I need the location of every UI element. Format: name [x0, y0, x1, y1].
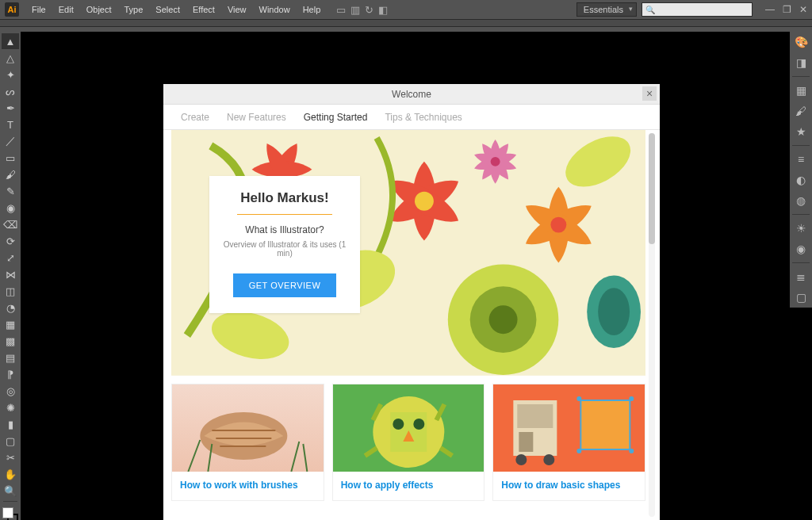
fill-stroke-swatch[interactable]	[2, 507, 18, 520]
tool-rotate[interactable]: ⟳	[2, 233, 19, 249]
panel-color-icon[interactable]: 🎨	[793, 35, 809, 49]
welcome-tabs: Create New Features Getting Started Tips…	[163, 105, 660, 130]
tab-getting-started[interactable]: Getting Started	[304, 112, 368, 123]
tutorial-card[interactable]: How to apply effects	[332, 384, 485, 501]
cloud-icon[interactable]: ◧	[378, 4, 388, 16]
menu-select[interactable]: Select	[149, 5, 186, 14]
svg-point-17	[413, 419, 424, 430]
menu-view[interactable]: View	[221, 5, 253, 14]
tool-shape-builder[interactable]: ◔	[2, 300, 19, 315]
tool-pen[interactable]: ✒	[2, 100, 19, 116]
tool-paintbrush[interactable]: 🖌	[2, 166, 19, 182]
svg-point-16	[393, 419, 404, 430]
tool-magic-wand[interactable]: ✦	[2, 67, 19, 82]
tutorials-row: How to work with brushes	[171, 384, 645, 501]
tool-artboard[interactable]: ▢	[2, 433, 19, 449]
svg-point-5	[550, 217, 566, 233]
search-box[interactable]: 🔍	[642, 2, 753, 17]
svg-point-23	[577, 449, 582, 453]
welcome-dialog: Welcome × Create New Features Getting St…	[163, 84, 660, 520]
tab-new-features[interactable]: New Features	[227, 112, 286, 123]
tutorial-card[interactable]: How to draw basic shapes	[492, 384, 645, 501]
tool-pencil[interactable]: ✎	[2, 183, 19, 199]
panel-transparency-icon[interactable]: ◍	[793, 193, 809, 208]
window-maximize-icon[interactable]: ❐	[783, 4, 791, 15]
tool-blob-brush[interactable]: ◉	[2, 200, 19, 216]
hero-subtitle: Overview of Illustrator & its uses (1 mi…	[220, 240, 349, 258]
tutorial-label: How to work with brushes	[172, 472, 324, 500]
tutorial-label: How to draw basic shapes	[493, 472, 645, 500]
svg-point-4	[415, 192, 434, 211]
panel-color-guide-icon[interactable]: ◨	[793, 55, 809, 70]
menu-window[interactable]: Window	[253, 5, 297, 14]
panel-stroke-icon[interactable]: ≡	[793, 152, 809, 166]
menu-type[interactable]: Type	[118, 5, 150, 14]
tool-perspective[interactable]: ▦	[2, 316, 19, 332]
tool-free-transform[interactable]: ◫	[2, 283, 19, 299]
menu-file[interactable]: File	[25, 5, 52, 14]
tab-create[interactable]: Create	[181, 112, 209, 123]
tool-selection[interactable]: ▲	[2, 33, 19, 49]
svg-rect-27	[519, 432, 534, 452]
menubar: Ai File Edit Object Type Select Effect V…	[0, 0, 812, 19]
tool-slice[interactable]: ✂	[2, 449, 19, 465]
panel-brushes-icon[interactable]: 🖌	[793, 104, 809, 118]
tool-column-graph[interactable]: ▮	[2, 416, 19, 432]
doc-icon[interactable]: ▭	[336, 4, 346, 16]
hero-greeting: Hello Markus!	[220, 190, 349, 206]
panel-layers-icon[interactable]: ≣	[793, 270, 809, 284]
options-bar	[0, 19, 812, 27]
panel-swatches-icon[interactable]: ▦	[793, 83, 809, 98]
panel-appearance-icon[interactable]: ☀	[793, 221, 809, 235]
welcome-title-bar: Welcome ×	[163, 84, 660, 105]
welcome-scrollbar[interactable]	[649, 133, 655, 517]
tool-gradient[interactable]: ▤	[2, 350, 19, 365]
search-input[interactable]	[657, 5, 749, 14]
scrollbar-thumb[interactable]	[649, 133, 655, 244]
svg-point-29	[544, 454, 555, 465]
hero-banner: Hello Markus! What is Illustrator? Overv…	[171, 130, 645, 376]
panel-artboards-icon[interactable]: ▢	[793, 290, 809, 304]
tool-scale[interactable]: ⤢	[2, 250, 19, 266]
svg-point-24	[630, 449, 634, 453]
tab-tips-techniques[interactable]: Tips & Techniques	[385, 112, 462, 123]
welcome-close-button[interactable]: ×	[642, 86, 657, 101]
sync-icon[interactable]: ↻	[365, 4, 373, 16]
arrange-icon[interactable]: ▥	[350, 4, 360, 16]
panel-gradient-icon[interactable]: ◐	[793, 173, 809, 187]
tool-rectangle[interactable]: ▭	[2, 150, 19, 166]
tool-eraser[interactable]: ⌫	[2, 216, 19, 232]
menu-help[interactable]: Help	[297, 5, 327, 14]
tool-direct-selection[interactable]: △	[2, 50, 19, 66]
tool-hand[interactable]: ✋	[2, 466, 19, 482]
panel-symbols-icon[interactable]: ★	[793, 124, 809, 139]
svg-point-11	[491, 157, 500, 166]
menu-object[interactable]: Object	[80, 5, 118, 14]
tutorial-thumb-brushes	[172, 384, 324, 472]
window-close-icon[interactable]: ✕	[799, 4, 807, 15]
svg-rect-20	[581, 400, 630, 449]
tool-zoom[interactable]: 🔍	[2, 483, 19, 499]
panel-graphic-styles-icon[interactable]: ◉	[793, 242, 809, 256]
tutorial-card[interactable]: How to work with brushes	[171, 384, 324, 501]
tutorial-thumb-effects	[333, 384, 485, 472]
tool-eyedropper[interactable]: ⁋	[2, 366, 19, 382]
svg-rect-26	[518, 404, 553, 428]
tool-symbol-sprayer[interactable]: ✺	[2, 400, 19, 415]
tool-lasso[interactable]: ᔕ	[2, 83, 19, 99]
get-overview-button[interactable]: GET OVERVIEW	[233, 273, 337, 297]
tool-type[interactable]: T	[2, 117, 19, 132]
tool-mesh[interactable]: ▩	[2, 333, 19, 349]
hero-card: Hello Markus! What is Illustrator? Overv…	[209, 176, 360, 313]
menu-effect[interactable]: Effect	[186, 5, 221, 14]
svg-point-3	[489, 305, 518, 334]
window-minimize-icon[interactable]: —	[765, 4, 775, 15]
tool-blend[interactable]: ◎	[2, 383, 19, 399]
menu-edit[interactable]: Edit	[52, 5, 80, 14]
tool-width[interactable]: ⋈	[2, 266, 19, 282]
tool-line[interactable]: ／	[2, 133, 19, 149]
search-icon: 🔍	[645, 6, 655, 14]
workspace-switcher[interactable]: Essentials	[576, 2, 637, 17]
app-logo: Ai	[5, 2, 19, 17]
svg-point-28	[516, 454, 527, 465]
